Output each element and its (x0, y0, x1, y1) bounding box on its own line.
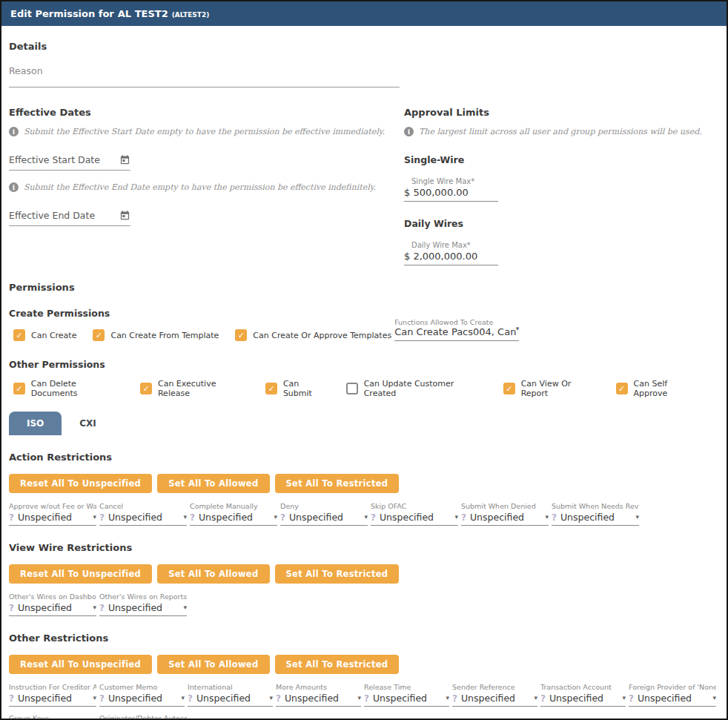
dropdown-value: Unspecified (196, 693, 251, 704)
checkbox-icon[interactable] (265, 383, 277, 394)
other-restrictions-heading: Other Restrictions (9, 633, 719, 644)
tab-cxi[interactable]: CXI (62, 412, 114, 435)
checkbox-can-view-or-report[interactable]: Can View Or Report (503, 379, 600, 398)
dropdown-value: Unspecified (289, 512, 343, 523)
chevron-down-icon: ▾ (545, 513, 549, 521)
dropdown-more-amounts[interactable]: More Amounts ?Unspecified▾ (276, 683, 361, 707)
dropdown-label: Submit When Denied (461, 502, 549, 510)
dropdown-label: Instruction For Creditor A... (9, 683, 96, 691)
checkbox-label: Can View Or Report (521, 379, 600, 398)
unspecified-icon: ? (190, 512, 195, 523)
checkbox-label: Can Submit (283, 379, 330, 398)
dropdown-instruction-for-creditor-agent[interactable]: Instruction For Creditor A... ?Unspecifi… (9, 683, 96, 707)
dropdown-sender-reference[interactable]: Sender Reference ?Unspecified▾ (452, 683, 537, 707)
checkbox-icon[interactable] (616, 383, 628, 394)
dropdown-label: Submit When Needs Review (552, 502, 639, 510)
checkbox-can-executive-release[interactable]: Can Executive Release (140, 379, 249, 398)
functions-allowed-to-create-select[interactable]: Functions Allowed To Create Can Create P… (394, 318, 519, 341)
chevron-down-icon: ▾ (181, 694, 185, 701)
other-reset-all-to-unspecified-button[interactable]: Reset All To Unspecified (9, 655, 152, 674)
effective-dates-heading: Effective Dates (9, 107, 404, 118)
tab-iso[interactable]: ISO (9, 412, 62, 435)
unspecified-icon: ? (99, 512, 105, 523)
action-reset-all-to-unspecified-button[interactable]: Reset All To Unspecified (9, 474, 152, 493)
chevron-down-icon: ▾ (446, 694, 449, 701)
edit-permission-window: Edit Permission for AL TEST2 (ALTEST2) D… (0, 0, 728, 720)
checkbox-label: Can Self Approve (634, 379, 703, 398)
calendar-icon[interactable] (119, 154, 130, 165)
dropdown-international[interactable]: International ?Unspecified▾ (188, 683, 273, 707)
daily-wire-max-field[interactable]: Daily Wire Max* $ 2,000,000.00 (404, 241, 719, 265)
checkbox-can-create-or-approve-templates[interactable]: Can Create Or Approve Templates (235, 329, 391, 341)
dropdown-complete-manually[interactable]: Complete Manually ?Unspecified▾ (190, 502, 277, 526)
dropdown-foreign-provider-of-none[interactable]: Foreign Provider of 'None' ?Unspecified▾ (629, 683, 716, 707)
checkbox-icon[interactable] (13, 383, 25, 394)
dropdown-others-wires-on-dashboard[interactable]: Other's Wires on Dashboa... ?Unspecified… (9, 592, 96, 616)
info-icon: i (404, 127, 414, 136)
checkbox-label: Can Delete Documents (31, 379, 124, 398)
checkbox-can-update-customer-created[interactable]: Can Update Customer Created (346, 379, 487, 398)
unspecified-icon: ? (452, 693, 457, 704)
dropdown-value: Unspecified (380, 512, 434, 523)
dropdown-cancel[interactable]: Cancel ?Unspecified▾ (99, 502, 187, 526)
dropdown-submit-when-denied[interactable]: Submit When Denied ?Unspecified▾ (461, 502, 549, 526)
select-label: Functions Allowed To Create (394, 318, 519, 326)
page-title-user: AL TEST2 (118, 8, 168, 19)
action-set-all-to-restricted-button[interactable]: Set All To Restricted (275, 474, 400, 493)
checkbox-icon[interactable] (140, 383, 152, 394)
dropdown-others-wires-on-reports[interactable]: Other's Wires on Reports ?Unspecified▾ (99, 592, 187, 616)
dropdown-release-time[interactable]: Release Time ?Unspecified▾ (364, 683, 449, 707)
view-reset-all-to-unspecified-button[interactable]: Reset All To Unspecified (9, 564, 152, 584)
unspecified-icon: ? (188, 693, 193, 704)
view-set-all-to-restricted-button[interactable]: Set All To Restricted (275, 564, 400, 584)
view-set-all-to-allowed-button[interactable]: Set All To Allowed (157, 564, 269, 584)
checkbox-icon[interactable] (13, 329, 25, 341)
unspecified-icon: ? (461, 512, 466, 523)
chevron-down-icon: ▾ (364, 513, 368, 521)
dropdown-customer-memo[interactable]: Customer Memo ?Unspecified▾ (99, 683, 185, 707)
checkbox-can-delete-documents[interactable]: Can Delete Documents (13, 379, 124, 398)
dropdown-deny[interactable]: Deny ?Unspecified▾ (280, 502, 368, 526)
dropdown-originator-debtor-autocomplete[interactable]: Originator/Debtor Autoco... ?Unspecified… (99, 714, 187, 720)
chevron-down-icon: ▾ (274, 513, 277, 521)
dropdown-value: Unspecified (461, 693, 515, 704)
dropdown-submit-when-needs-review[interactable]: Submit When Needs Review ?Unspecified▾ (552, 502, 639, 526)
details-heading: Details (9, 41, 719, 52)
checkbox-label: Can Create (31, 331, 76, 340)
effective-start-date-field[interactable]: Effective Start Date (9, 154, 130, 171)
dropdown-skip-ofac[interactable]: Skip OFAC ?Unspecified▾ (371, 502, 458, 526)
unspecified-icon: ? (99, 693, 105, 704)
checkbox-icon[interactable] (503, 383, 515, 394)
action-set-all-to-allowed-button[interactable]: Set All To Allowed (157, 474, 269, 493)
dropdown-group-keys[interactable]: Group Keys Restricted▾ (9, 714, 96, 720)
checkbox-can-create-from-template[interactable]: Can Create From Template (93, 329, 219, 341)
info-icon: i (9, 182, 19, 192)
other-set-all-to-restricted-button[interactable]: Set All To Restricted (275, 655, 400, 674)
checkbox-icon[interactable] (346, 383, 358, 394)
dropdown-approve-wout-fee-or-wait[interactable]: Approve w/out Fee or Wa... ?Unspecified▾ (9, 502, 96, 526)
calendar-icon[interactable] (119, 210, 130, 221)
unspecified-icon: ? (371, 512, 376, 523)
checkbox-icon[interactable] (235, 329, 247, 341)
checkbox-can-submit[interactable]: Can Submit (265, 379, 330, 398)
effective-start-date-label: Effective Start Date (9, 154, 100, 165)
end-date-note: i Submit the Effective End Date empty to… (9, 182, 404, 192)
dropdown-transaction-account[interactable]: Transaction Account ?Unspecified▾ (540, 683, 626, 707)
checkbox-can-create[interactable]: Can Create (13, 329, 76, 341)
checkbox-icon[interactable] (93, 329, 105, 341)
daily-wires-heading: Daily Wires (404, 218, 719, 229)
approval-limits-heading: Approval Limits (404, 107, 719, 118)
checkbox-can-self-approve[interactable]: Can Self Approve (616, 379, 703, 398)
reason-field[interactable]: Reason (9, 65, 400, 87)
single-wire-max-field[interactable]: Single Wire Max* $ 500,000.00 (404, 177, 719, 202)
create-permissions-heading: Create Permissions (9, 308, 719, 319)
dropdown-label: International (188, 683, 273, 691)
other-set-all-to-allowed-button[interactable]: Set All To Allowed (157, 655, 269, 674)
dropdown-value: Unspecified (373, 693, 427, 704)
effective-end-date-field[interactable]: Effective End Date (9, 210, 130, 226)
chevron-down-icon: ▾ (357, 694, 361, 701)
dropdown-label: Other's Wires on Reports (99, 592, 187, 601)
other-permissions-heading: Other Permissions (9, 359, 719, 370)
reason-input[interactable] (9, 87, 400, 87)
chevron-down-icon: ▾ (183, 604, 187, 611)
